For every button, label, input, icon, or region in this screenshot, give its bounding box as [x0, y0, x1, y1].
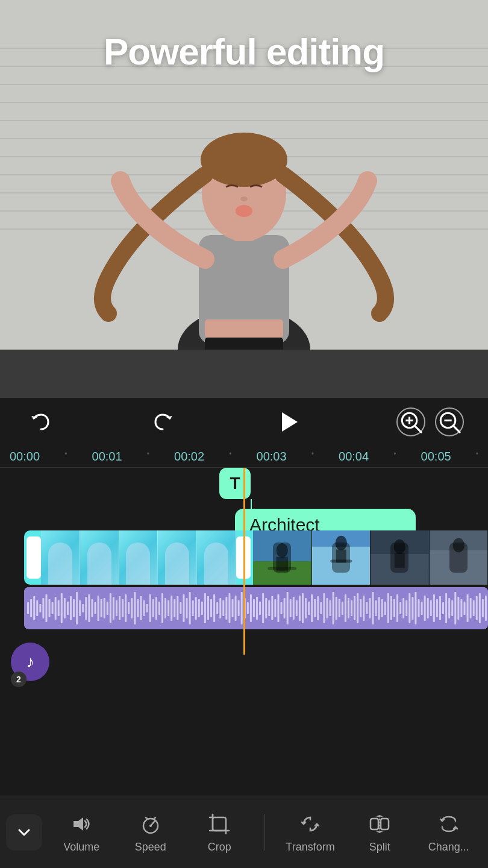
zoom-out-button[interactable] — [435, 407, 464, 436]
svg-point-202 — [149, 825, 152, 827]
toolbar-item-transform[interactable]: Transform — [286, 811, 334, 854]
svg-rect-111 — [219, 598, 221, 618]
track-handle-right[interactable] — [236, 536, 251, 579]
svg-point-37 — [335, 536, 346, 550]
toolbar-item-volume[interactable]: Volume — [57, 811, 105, 854]
timeline-ruler[interactable]: 00:00 • 00:01 • 00:02 • 00:03 • 00:04 • … — [0, 446, 488, 468]
svg-rect-145 — [323, 593, 325, 623]
svg-rect-143 — [317, 596, 319, 620]
svg-rect-172 — [405, 600, 407, 616]
svg-rect-168 — [393, 599, 395, 617]
svg-rect-79 — [122, 599, 124, 617]
svg-rect-164 — [381, 599, 383, 617]
svg-rect-166 — [387, 593, 389, 623]
thumbnail-cyan-4 — [158, 530, 197, 585]
track-handle-left[interactable] — [27, 536, 41, 579]
svg-rect-130 — [277, 594, 279, 622]
svg-rect-191 — [463, 602, 465, 615]
svg-line-204 — [154, 817, 156, 819]
svg-rect-186 — [448, 598, 450, 618]
svg-rect-182 — [436, 599, 438, 617]
svg-rect-33 — [277, 557, 288, 571]
svg-rect-197 — [482, 599, 484, 617]
video-title: Powerful editing — [0, 30, 488, 73]
svg-rect-181 — [433, 594, 435, 622]
collapse-button[interactable] — [6, 814, 42, 851]
svg-rect-108 — [210, 599, 212, 617]
svg-rect-31 — [253, 561, 311, 585]
svg-rect-171 — [402, 598, 404, 618]
undo-button[interactable] — [24, 406, 55, 438]
svg-rect-56 — [52, 602, 54, 614]
svg-rect-93 — [164, 598, 166, 618]
svg-rect-49 — [30, 599, 32, 617]
svg-rect-64 — [76, 592, 78, 624]
svg-rect-98 — [180, 602, 181, 614]
svg-rect-144 — [320, 602, 322, 614]
svg-rect-100 — [186, 598, 187, 618]
thumbnail-dark-2 — [312, 530, 371, 585]
svg-rect-127 — [268, 600, 270, 616]
video-clip-dark[interactable] — [253, 530, 488, 585]
redo-button[interactable] — [148, 406, 180, 438]
svg-rect-123 — [256, 597, 258, 620]
video-track[interactable] — [24, 530, 488, 585]
svg-rect-185 — [445, 593, 447, 623]
thumbnail-cyan-3 — [119, 530, 158, 585]
zoom-in-button[interactable] — [396, 407, 425, 436]
text-cursor-bubble[interactable]: T — [219, 468, 251, 499]
ruler-timestamps: 00:00 • 00:01 • 00:02 • 00:03 • 00:04 • … — [10, 450, 478, 464]
ruler-dot-3: • — [229, 450, 231, 464]
play-button[interactable] — [272, 406, 304, 438]
svg-rect-133 — [287, 592, 289, 624]
svg-rect-61 — [67, 602, 69, 615]
timestamp-0: 00:00 — [10, 450, 40, 464]
svg-rect-187 — [451, 600, 453, 616]
toolbar-item-split[interactable]: Split — [355, 811, 404, 854]
svg-rect-174 — [411, 597, 413, 620]
svg-rect-58 — [58, 600, 60, 616]
svg-rect-94 — [167, 600, 169, 616]
svg-rect-57 — [55, 597, 57, 620]
svg-rect-74 — [107, 602, 108, 615]
svg-rect-180 — [430, 600, 432, 616]
svg-point-32 — [277, 543, 288, 558]
timestamp-4: 00:04 — [339, 450, 369, 464]
svg-rect-121 — [250, 594, 252, 622]
speed-icon — [139, 811, 162, 837]
thumbnail-cyan-1 — [41, 530, 80, 585]
svg-rect-165 — [384, 602, 386, 615]
svg-rect-90 — [155, 597, 157, 620]
ruler-dot-4: • — [311, 450, 314, 464]
text-cursor-marker[interactable]: T — [235, 468, 251, 499]
audio-track[interactable] — [24, 587, 488, 629]
svg-rect-88 — [149, 594, 151, 622]
svg-rect-60 — [64, 598, 66, 618]
svg-rect-150 — [339, 599, 340, 617]
svg-rect-151 — [342, 602, 343, 615]
music-icon: ♪ — [26, 652, 34, 671]
thumbnail-cyan-2 — [80, 530, 119, 585]
toolbar-item-crop[interactable]: Crop — [195, 811, 243, 854]
toolbar-item-speed[interactable]: Speed — [127, 811, 175, 854]
svg-rect-72 — [101, 599, 102, 617]
svg-rect-85 — [140, 596, 142, 620]
svg-rect-45 — [430, 550, 488, 585]
toolbar-item-change[interactable]: Chang... — [425, 811, 473, 854]
svg-rect-188 — [454, 592, 456, 624]
svg-marker-22 — [282, 412, 298, 432]
svg-rect-131 — [281, 602, 283, 614]
volume-icon — [70, 811, 93, 837]
svg-rect-192 — [467, 594, 469, 622]
video-clip-cyan[interactable] — [24, 530, 253, 585]
bottom-toolbar: Volume Speed — [0, 796, 488, 868]
timestamp-1: 00:01 — [92, 450, 122, 464]
svg-rect-112 — [222, 600, 224, 616]
svg-rect-70 — [95, 602, 96, 614]
svg-line-24 — [414, 426, 421, 432]
svg-rect-105 — [201, 602, 203, 615]
timestamp-3: 00:03 — [257, 450, 287, 464]
svg-rect-183 — [439, 596, 441, 620]
svg-point-18 — [236, 205, 252, 217]
svg-rect-169 — [396, 594, 398, 622]
